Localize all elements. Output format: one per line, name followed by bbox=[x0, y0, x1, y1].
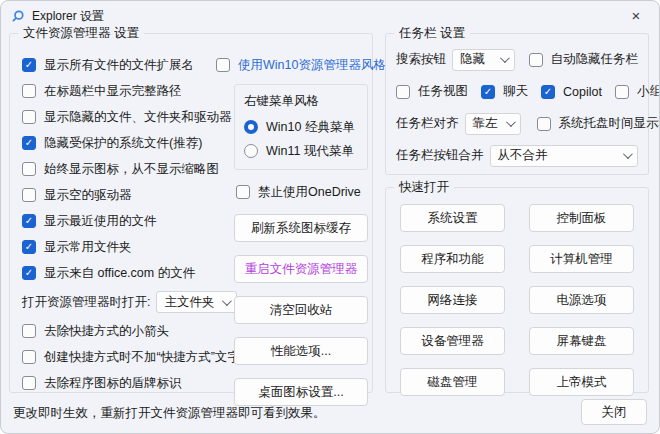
radio-icon[interactable] bbox=[244, 120, 258, 134]
checkbox-widgets[interactable]: 小组件 bbox=[615, 83, 660, 101]
checkbox-icon[interactable] bbox=[22, 110, 36, 124]
checkbox-task-view[interactable]: 任务视图 bbox=[396, 83, 468, 101]
desktop-icon-settings-button[interactable]: 桌面图标设置... bbox=[234, 378, 368, 406]
quick-open-screen-keyboard[interactable]: 屏幕键盘 bbox=[529, 327, 634, 355]
quick-open-computer-management[interactable]: 计算机管理 bbox=[529, 245, 634, 273]
search-button-dropdown[interactable]: 隐藏 bbox=[452, 49, 515, 71]
checkbox-icon[interactable] bbox=[537, 117, 551, 131]
chevron-down-icon bbox=[222, 296, 232, 306]
search-button-row: 搜索按钮 隐藏 自动隐藏任务栏 bbox=[396, 48, 638, 71]
checkbox-autohide-taskbar[interactable]: 自动隐藏任务栏 bbox=[529, 51, 639, 69]
close-button[interactable]: 关闭 bbox=[581, 399, 647, 425]
checkbox-label: 隐藏受保护的系统文件(推荐) bbox=[44, 135, 202, 152]
middle-column: 右键菜单风格 Win10 经典菜单 Win11 现代菜单 禁止使用OneDriv… bbox=[234, 84, 368, 406]
checkbox-label: 自动隐藏任务栏 bbox=[551, 51, 639, 68]
checkbox-label: 在标题栏中显示完整路径 bbox=[44, 83, 182, 100]
taskbar-align-value: 靠左 bbox=[473, 115, 498, 132]
taskbar-combine-dropdown[interactable]: 从不合并 bbox=[490, 145, 639, 167]
checkbox-label: 显示最近使用的文件 bbox=[44, 213, 157, 230]
checkbox-icon[interactable] bbox=[481, 85, 495, 99]
refresh-icon-cache-button[interactable]: 刷新系统图标缓存 bbox=[234, 214, 368, 242]
checkbox-show-office-files[interactable]: 显示来自 office.com 的文件 bbox=[22, 264, 234, 282]
checkbox-hide-protected[interactable]: 隐藏受保护的系统文件(推荐) bbox=[22, 134, 234, 152]
quick-open-title: 快速打开 bbox=[394, 179, 454, 196]
radio-win10-classic-menu[interactable]: Win10 经典菜单 bbox=[244, 118, 358, 136]
taskbar-toggles-row: 任务视图 聊天 Copilot 小组件 bbox=[396, 80, 638, 103]
explorer-settings-group: 文件资源管理器 设置 显示所有文件的文件扩展名 在标题栏中显示完整路径 显示隐藏… bbox=[9, 33, 373, 393]
footer-note: 更改即时生效，重新打开文件资源管理器即可看到效果。 bbox=[13, 405, 326, 422]
checkbox-icon[interactable] bbox=[541, 85, 555, 99]
checkbox-icon[interactable] bbox=[22, 188, 36, 202]
checkbox-disable-onedrive[interactable]: 禁止使用OneDrive bbox=[236, 183, 368, 201]
checkbox-tray-seconds[interactable]: 系统托盘时间显示秒 bbox=[537, 115, 660, 133]
checkbox-icon[interactable] bbox=[22, 214, 36, 228]
taskbar-align-dropdown[interactable]: 靠左 bbox=[465, 113, 521, 135]
radio-label: Win10 经典菜单 bbox=[266, 119, 355, 136]
open-to-dropdown[interactable]: 主文件夹 bbox=[156, 291, 237, 313]
checkbox-icon[interactable] bbox=[22, 162, 36, 176]
restart-explorer-button[interactable]: 重启文件资源管理器 bbox=[234, 255, 368, 283]
checkbox-label: 系统托盘时间显示秒 bbox=[559, 115, 660, 132]
checkbox-show-extensions[interactable]: 显示所有文件的文件扩展名 bbox=[22, 56, 234, 74]
checkbox-icon[interactable] bbox=[22, 266, 36, 280]
performance-options-button[interactable]: 性能选项... bbox=[234, 337, 368, 365]
checkbox-icon[interactable] bbox=[529, 53, 543, 67]
checkbox-show-frequent-folders[interactable]: 显示常用文件夹 bbox=[22, 238, 234, 256]
radio-win11-modern-menu[interactable]: Win11 现代菜单 bbox=[244, 142, 358, 160]
checkbox-icon[interactable] bbox=[22, 350, 36, 364]
checkbox-icons-not-thumbnails[interactable]: 始终显示图标，从不显示缩略图 bbox=[22, 160, 234, 178]
checkbox-label: 显示所有文件的文件扩展名 bbox=[44, 57, 194, 74]
checkbox-remove-shield-badge[interactable]: 去除程序图标的盾牌标识 bbox=[22, 374, 234, 392]
checkbox-icon[interactable] bbox=[396, 85, 410, 99]
checkbox-win10-explorer-style[interactable]: 使用Win10资源管理器风格 bbox=[216, 56, 386, 74]
window-title: Explorer 设置 bbox=[32, 8, 104, 25]
taskbar-settings-group: 任务栏 设置 搜索按钮 隐藏 自动隐藏任务栏 任务视图 bbox=[385, 33, 649, 175]
quick-open-programs-features[interactable]: 程序和功能 bbox=[400, 245, 505, 273]
checkbox-chat[interactable]: 聊天 bbox=[481, 83, 528, 101]
taskbar-combine-row: 任务栏按钮合并 从不合并 bbox=[396, 144, 638, 167]
checkbox-icon[interactable] bbox=[615, 85, 629, 99]
quick-open-system-settings[interactable]: 系统设置 bbox=[400, 204, 505, 232]
context-menu-style-group: 右键菜单风格 Win10 经典菜单 Win11 现代菜单 bbox=[234, 84, 368, 170]
checkbox-label: Copilot bbox=[563, 85, 602, 99]
empty-recycle-bin-button[interactable]: 清空回收站 bbox=[234, 296, 368, 324]
quick-open-network-connections[interactable]: 网络连接 bbox=[400, 286, 505, 314]
quick-open-control-panel[interactable]: 控制面板 bbox=[529, 204, 634, 232]
checkbox-full-path-title[interactable]: 在标题栏中显示完整路径 bbox=[22, 82, 234, 100]
checkbox-show-empty-drives[interactable]: 显示空的驱动器 bbox=[22, 186, 234, 204]
checkbox-copilot[interactable]: Copilot bbox=[541, 83, 602, 101]
checkbox-icon[interactable] bbox=[22, 136, 36, 150]
checkbox-show-recent-files[interactable]: 显示最近使用的文件 bbox=[22, 212, 234, 230]
close-icon[interactable]: × bbox=[625, 6, 647, 26]
checkbox-label: 禁止使用OneDrive bbox=[258, 184, 361, 201]
checkbox-label: 显示常用文件夹 bbox=[44, 239, 132, 256]
app-icon bbox=[11, 9, 25, 23]
taskbar-align-row: 任务栏对齐 靠左 系统托盘时间显示秒 bbox=[396, 112, 638, 135]
checkbox-label: 去除程序图标的盾牌标识 bbox=[44, 375, 182, 392]
checkbox-icon[interactable] bbox=[22, 324, 36, 338]
checkbox-icon[interactable] bbox=[22, 58, 36, 72]
checkbox-icon[interactable] bbox=[216, 58, 230, 72]
quick-open-power-options[interactable]: 电源选项 bbox=[529, 286, 634, 314]
quick-open-grid: 系统设置 控制面板 程序和功能 计算机管理 网络连接 电源选项 设备管理器 屏幕… bbox=[400, 204, 634, 396]
checkbox-icon[interactable] bbox=[22, 376, 36, 390]
checkbox-no-shortcut-suffix[interactable]: 创建快捷方式时不加“快捷方式”文字 bbox=[22, 348, 234, 366]
checkbox-icon[interactable] bbox=[22, 84, 36, 98]
chevron-down-icon bbox=[623, 149, 633, 159]
checkbox-label: 创建快捷方式时不加“快捷方式”文字 bbox=[44, 349, 240, 366]
quick-open-device-manager[interactable]: 设备管理器 bbox=[400, 327, 505, 355]
taskbar-combine-label: 任务栏按钮合并 bbox=[396, 147, 484, 164]
checkbox-show-hidden[interactable]: 显示隐藏的文件、文件夹和驱动器 bbox=[22, 108, 234, 126]
checkbox-remove-shortcut-arrow[interactable]: 去除快捷方式的小箭头 bbox=[22, 322, 234, 340]
open-to-label: 打开资源管理器时打开: bbox=[22, 294, 150, 311]
quick-open-group: 快速打开 系统设置 控制面板 程序和功能 计算机管理 网络连接 电源选项 设备管… bbox=[385, 187, 649, 393]
checkbox-label: 使用Win10资源管理器风格 bbox=[238, 57, 386, 74]
radio-label: Win11 现代菜单 bbox=[266, 143, 354, 160]
quick-open-god-mode[interactable]: 上帝模式 bbox=[529, 368, 634, 396]
checkbox-label: 始终显示图标，从不显示缩略图 bbox=[44, 161, 219, 178]
checkbox-icon[interactable] bbox=[22, 240, 36, 254]
checkbox-label: 显示来自 office.com 的文件 bbox=[44, 265, 195, 282]
quick-open-disk-management[interactable]: 磁盘管理 bbox=[400, 368, 505, 396]
radio-icon[interactable] bbox=[244, 144, 258, 158]
checkbox-icon[interactable] bbox=[236, 185, 250, 199]
